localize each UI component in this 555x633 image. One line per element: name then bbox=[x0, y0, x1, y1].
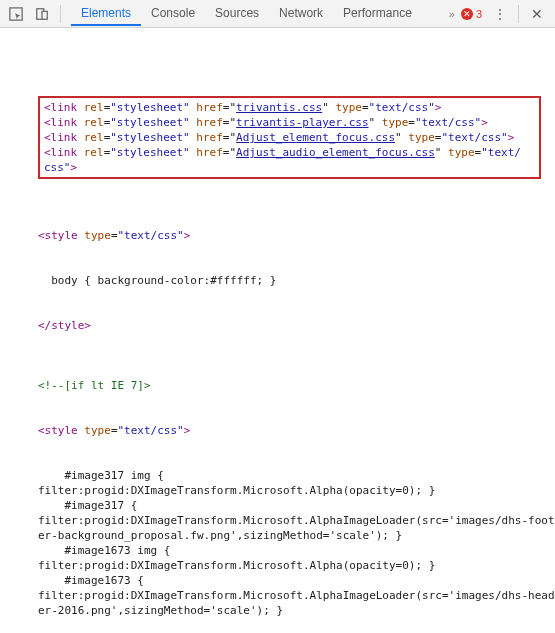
svg-rect-2 bbox=[42, 11, 47, 19]
highlight-box-top: <link rel="stylesheet" href="trivantis.c… bbox=[38, 96, 541, 179]
error-indicator[interactable]: ✕ 3 bbox=[461, 8, 482, 20]
elements-panel[interactable]: <link rel="stylesheet" href="trivantis.c… bbox=[0, 28, 555, 633]
inspect-icon[interactable] bbox=[4, 2, 28, 26]
code-line[interactable]: <link rel="stylesheet" href="Adjust_audi… bbox=[44, 145, 535, 175]
code-line[interactable]: body { background-color:#ffffff; } bbox=[14, 273, 555, 288]
code-line[interactable]: filter:progid:DXImageTransform.Microsoft… bbox=[14, 513, 555, 543]
tab-network[interactable]: Network bbox=[269, 2, 333, 26]
tab-sources[interactable]: Sources bbox=[205, 2, 269, 26]
tab-performance[interactable]: Performance bbox=[333, 2, 422, 26]
toolbar-separator bbox=[60, 5, 61, 23]
code-line[interactable]: <!--[if lt IE 7]> bbox=[14, 378, 555, 393]
error-icon: ✕ bbox=[461, 8, 473, 20]
code-line[interactable]: <link rel="stylesheet" href="trivantis-p… bbox=[44, 115, 535, 130]
kebab-menu-icon[interactable]: ⋮ bbox=[488, 7, 514, 21]
code-line[interactable]: #image317 img { bbox=[14, 468, 555, 483]
code-line[interactable]: <link rel="stylesheet" href="trivantis.c… bbox=[44, 100, 535, 115]
tab-elements[interactable]: Elements bbox=[71, 2, 141, 26]
code-line[interactable]: <link rel="stylesheet" href="Adjust_elem… bbox=[44, 130, 535, 145]
tabs-overflow-button[interactable]: » bbox=[443, 8, 461, 20]
devtools-toolbar: Elements Console Sources Network Perform… bbox=[0, 0, 555, 28]
code-line[interactable]: </style> bbox=[14, 318, 555, 333]
code-line[interactable]: filter:progid:DXImageTransform.Microsoft… bbox=[14, 588, 555, 618]
code-line[interactable]: #image317 { bbox=[14, 498, 555, 513]
code-line[interactable]: #image1673 img { bbox=[14, 543, 555, 558]
tab-console[interactable]: Console bbox=[141, 2, 205, 26]
devtools-tabs: Elements Console Sources Network Perform… bbox=[65, 2, 443, 26]
code-line[interactable]: <style type="text/css"> bbox=[14, 228, 555, 243]
error-count: 3 bbox=[476, 8, 482, 20]
toolbar-separator bbox=[518, 5, 519, 23]
close-icon[interactable]: ✕ bbox=[523, 6, 551, 22]
code-line[interactable]: filter:progid:DXImageTransform.Microsoft… bbox=[14, 558, 555, 573]
code-line[interactable]: filter:progid:DXImageTransform.Microsoft… bbox=[14, 483, 555, 498]
code-line[interactable]: <style type="text/css"> bbox=[14, 423, 555, 438]
device-mode-icon[interactable] bbox=[30, 2, 54, 26]
code-line[interactable]: #image1673 { bbox=[14, 573, 555, 588]
